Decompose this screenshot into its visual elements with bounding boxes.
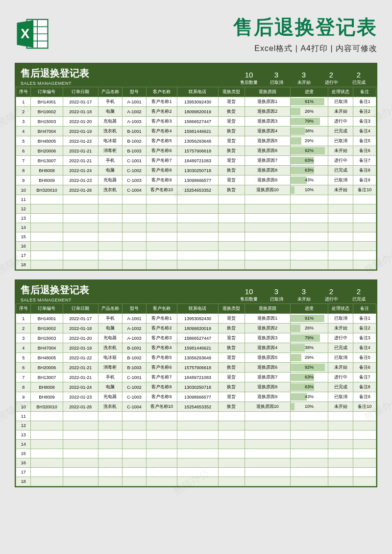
- stat-num: 2: [318, 71, 345, 78]
- cell-reason: 退换原因7: [245, 156, 290, 166]
- stat-num: 2: [345, 71, 372, 78]
- cell-progress: 10%: [290, 402, 328, 412]
- svg-text:X: X: [21, 26, 29, 41]
- table-row: 7 BH13007 2022-01-21 手机 C-1001 客户名称7 184…: [16, 156, 376, 166]
- cell-note: 备注9: [353, 176, 376, 185]
- cell-seq: 8: [16, 166, 31, 176]
- cell-note: 备注1: [353, 97, 376, 107]
- cell-seq: 10: [16, 402, 31, 412]
- cell-type: 退货: [218, 314, 245, 324]
- cell-progress: 29%: [290, 353, 328, 363]
- cell-date: 2022-01-26: [63, 185, 98, 195]
- cell-phone: 18489721083: [177, 156, 218, 166]
- cell-progress: 26%: [290, 324, 328, 333]
- cell-type: 退货: [218, 353, 245, 363]
- cell-model: C-1004: [122, 185, 146, 195]
- cell-note: 备注9: [353, 392, 376, 402]
- cell-type: 换货: [218, 324, 245, 333]
- stat-num: 10: [235, 71, 263, 78]
- stat-num: 3: [290, 288, 318, 295]
- cell-model: C-1001: [122, 373, 146, 382]
- cell-order: BH8008: [31, 166, 63, 176]
- stat-label: 进行中: [318, 79, 345, 86]
- cell-customer: 客户名称6: [146, 363, 177, 373]
- cell-order: BH19002: [31, 324, 63, 333]
- cell-model: A-1002: [122, 107, 146, 117]
- cell-reason: 退换原因9: [245, 176, 290, 185]
- cell-status: 已取消: [328, 392, 353, 402]
- spreadsheet: 售后退换登记表 SALES MANAGEMENT 10售后数量3已取消3未开始2…: [15, 279, 377, 487]
- cell-product: 电脑: [98, 324, 122, 333]
- table-row: 5 BH48005 2022-01-22 电冰箱 B-1002 客户名称5 13…: [16, 136, 376, 146]
- stat-label: 售后数量: [235, 79, 263, 86]
- stat-item: 2进行中: [318, 288, 345, 302]
- stat-label: 已完成: [345, 79, 372, 86]
- cell-customer: 客户名称6: [146, 146, 177, 156]
- cell-reason: 退换原因4: [245, 126, 290, 136]
- cell-progress: 10%: [290, 185, 328, 195]
- cell-order: BH8009: [31, 176, 63, 185]
- table-row: 2 BH19002 2022-01-18 电脑 A-1002 客户名称2 180…: [16, 107, 376, 117]
- cell-customer: 客户名称1: [146, 314, 177, 324]
- cell-note: 备注6: [353, 363, 376, 373]
- table-row-empty: 13: [16, 214, 376, 223]
- cell-customer: 客户名称8: [146, 166, 177, 176]
- cell-type: 退货: [218, 97, 245, 107]
- table-row-empty: 14: [16, 223, 376, 232]
- cell-reason: 退换原因6: [245, 146, 290, 156]
- stat-num: 3: [263, 288, 290, 295]
- cell-status: 进行中: [328, 117, 353, 126]
- cell-date: 2022-01-21: [63, 363, 98, 373]
- cell-order: BH15003: [31, 117, 63, 126]
- cell-customer: 客户名称7: [146, 156, 177, 166]
- table-row: 9 BH8009 2022-01-23 充电器 C-1003 客户名称9 130…: [16, 392, 376, 402]
- cell-seq: 2: [16, 324, 31, 333]
- stat-label: 售后数量: [235, 296, 263, 302]
- cell-status: 未开始: [328, 363, 353, 373]
- table-row: 4 BH47004 2022-01-19 洗衣机 B-1001 客户名称4 15…: [16, 126, 376, 136]
- stat-item: 3已取消: [263, 71, 290, 86]
- cell-seq: 2: [16, 107, 31, 117]
- stat-label: 已取消: [263, 296, 290, 302]
- table-row-empty: 15: [16, 449, 376, 458]
- table-row: 7 BH13007 2022-01-21 手机 C-1001 客户名称7 184…: [16, 373, 376, 382]
- cell-phone: 13030250718: [177, 382, 218, 392]
- cell-status: 已完成: [328, 343, 353, 353]
- cell-order: BH14001: [31, 97, 63, 107]
- table-header-row: 序号订单编号订单日期产品名称型号客户名称联系电话退换类型退换原因进度处理状态备注: [16, 87, 376, 97]
- stat-label: 进行中: [318, 296, 345, 302]
- table-row-empty: 17: [16, 468, 376, 477]
- table-row-empty: 18: [16, 477, 376, 486]
- cell-model: C-1001: [122, 156, 146, 166]
- cell-reason: 退换原因6: [245, 363, 290, 373]
- cell-seq: 9: [16, 176, 31, 185]
- cell-phone: 15757906618: [177, 363, 218, 373]
- cell-seq: 5: [16, 353, 31, 363]
- cell-reason: 退换原因4: [245, 343, 290, 353]
- cell-note: 备注7: [353, 156, 376, 166]
- cell-type: 退货: [218, 156, 245, 166]
- cell-seq: 9: [16, 392, 31, 402]
- cell-note: 备注10: [353, 185, 376, 195]
- cell-phone: 18489721083: [177, 373, 218, 382]
- cell-customer: 客户名称4: [146, 126, 177, 136]
- table-row-empty: 13: [16, 430, 376, 440]
- cell-seq: 10: [16, 185, 31, 195]
- stats-row: 10售后数量3已取消3未开始2进行中2已完成: [158, 288, 372, 302]
- cell-date: 2022-01-24: [63, 382, 98, 392]
- table-header-row: 序号订单编号订单日期产品名称型号客户名称联系电话退换类型退换原因进度处理状态备注: [16, 304, 376, 314]
- cell-customer: 客户名称9: [146, 176, 177, 185]
- page-title: 售后退换登记表: [59, 14, 377, 41]
- cell-type: 换货: [218, 343, 245, 353]
- cell-type: 换货: [218, 363, 245, 373]
- table-row-empty: 11: [16, 195, 376, 204]
- cell-type: 退货: [218, 373, 245, 382]
- sheet-title: 售后退换登记表: [21, 283, 158, 297]
- cell-note: 备注8: [353, 382, 376, 392]
- stat-item: 2进行中: [318, 71, 345, 86]
- cell-product: 电脑: [98, 166, 122, 176]
- cell-product: 消毒柜: [98, 363, 122, 373]
- cell-order: BH47004: [31, 126, 63, 136]
- sheet-subtitle: SALES MANAGEMENT: [21, 81, 158, 86]
- cell-note: 备注5: [353, 353, 376, 363]
